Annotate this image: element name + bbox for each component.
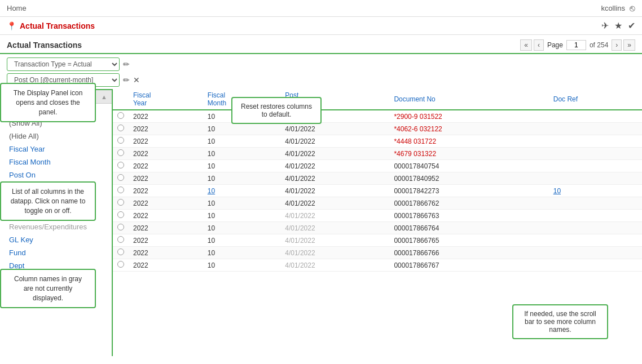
favorite-icon[interactable]: ★ [614, 20, 622, 31]
display-list-item[interactable]: Fund [0, 246, 112, 259]
cell-document-no[interactable]: 000017866766 [389, 247, 548, 259]
scrollbar-hint-tooltip: If needed, use the scrollbar to see more… [512, 304, 608, 339]
table-row: 2022104/01/2022*4062-6 032122 [113, 123, 642, 135]
table-row: 2022104/01/2022000017866764 [113, 222, 642, 234]
reset-tooltip: Reset restores columnsto default. [231, 97, 322, 124]
display-list-item[interactable]: Revenues/Expenditures [0, 220, 112, 233]
row-radio-button[interactable] [117, 261, 124, 268]
transaction-type-filter[interactable]: Transaction Type = Actual [7, 57, 120, 71]
filter-2-delete-icon[interactable]: ✕ [133, 76, 140, 85]
cell-doc-ref [549, 135, 642, 148]
cell-document-no[interactable]: 000017866767 [389, 259, 548, 272]
home-link[interactable]: Home [7, 4, 27, 12]
check-icon[interactable]: ✔ [628, 20, 635, 31]
row-radio-button[interactable] [117, 137, 124, 144]
cell-fiscal-month: 10 [203, 259, 280, 272]
cell-fiscal-month: 10 [203, 160, 280, 172]
cell-document-no[interactable]: 000017840754 [389, 160, 548, 172]
row-radio-button[interactable] [117, 211, 124, 218]
col-fiscal-year[interactable]: FiscalYear [129, 89, 203, 110]
filter-item-2: Post On [@current-month] ✏ ✕ [7, 73, 635, 87]
cell-fiscal-month: 10 [203, 197, 280, 210]
col-radio [113, 89, 129, 110]
cell-fiscal-year: 2022 [129, 123, 203, 135]
row-radio-button[interactable] [117, 224, 124, 230]
row-radio-button[interactable] [117, 236, 124, 243]
display-list-item[interactable]: (Hide All) [0, 130, 112, 143]
cell-doc-ref [549, 123, 642, 135]
display-list-item[interactable]: GL Key [0, 233, 112, 246]
display-list-item[interactable]: Fiscal Year [0, 143, 112, 156]
cell-document-no[interactable]: *4679 031322 [389, 148, 548, 160]
display-list-item[interactable]: Fiscal Month [0, 156, 112, 168]
page-header: Actual Transactions « ‹ Page of 254 › » [0, 35, 642, 54]
filter-2-edit-icon[interactable]: ✏ [123, 76, 130, 85]
cell-fiscal-month: 10 [203, 210, 280, 222]
display-panel-tooltip: The Display Panel iconopens and closes t… [0, 83, 96, 122]
table-area[interactable]: FiscalYear FiscalMonth PostOn Document N… [113, 89, 642, 356]
cell-document-no[interactable]: 000017866765 [389, 234, 548, 247]
row-radio-button[interactable] [117, 112, 124, 119]
page-title: Actual Transactions [7, 41, 82, 50]
cell-post-on: 4/01/2022 [280, 148, 389, 160]
next-page-button[interactable]: › [612, 39, 622, 51]
row-radio-button[interactable] [117, 174, 124, 181]
display-column-list: (Reset)(Show All)(Hide All)Fiscal YearFi… [0, 104, 112, 353]
cell-post-on: 4/01/2022 [280, 259, 389, 272]
first-page-button[interactable]: « [520, 39, 532, 51]
filters-row: Transaction Type = Actual ✏ Post On [@cu… [0, 54, 642, 89]
cell-fiscal-year: 2022 [129, 185, 203, 197]
cell-doc-ref [549, 259, 642, 272]
cell-document-no[interactable]: *2900-9 031522 [389, 110, 548, 123]
table-row: 2022104/01/2022000017840754 [113, 160, 642, 172]
table-row: 2022104/01/2022000017866763 [113, 210, 642, 222]
sub-nav-title: Actual Transactions [20, 21, 95, 30]
cell-post-on: 4/01/2022 [280, 234, 389, 247]
navigate-icon[interactable]: ✈ [601, 20, 609, 31]
table-row: 2022104/01/2022*4679 031322 [113, 148, 642, 160]
page-label: Page [547, 41, 563, 49]
row-radio-button[interactable] [117, 187, 124, 193]
table-body: 2022104/01/2022*2900-9 0315222022104/01/… [113, 110, 642, 272]
cell-document-no[interactable]: 000017866764 [389, 222, 548, 234]
cell-document-no[interactable]: *4062-6 032122 [389, 123, 548, 135]
filter-1-edit-icon[interactable]: ✏ [123, 60, 130, 69]
cell-document-no[interactable]: *4448 031722 [389, 135, 548, 148]
table-row: 2022104/01/2022000017840952 [113, 172, 642, 185]
last-page-button[interactable]: » [623, 39, 635, 51]
main-content: Actual Transactions « ‹ Page of 254 › » … [0, 35, 642, 364]
cell-document-no[interactable]: 000017866762 [389, 197, 548, 210]
cell-doc-ref [549, 210, 642, 222]
reset-tooltip-text: Reset restores columnsto default. [241, 103, 312, 118]
col-document-no[interactable]: Document No [389, 89, 548, 110]
row-radio-button[interactable] [117, 125, 124, 131]
cell-fiscal-year: 2022 [129, 148, 203, 160]
row-radio-button[interactable] [117, 199, 124, 206]
cell-doc-ref [549, 197, 642, 210]
cell-fiscal-year: 2022 [129, 222, 203, 234]
page-number-input[interactable] [566, 40, 586, 50]
column-list-tooltip-text: List of all columns in thedatapp. Click … [11, 188, 86, 215]
scroll-indicator: ▲ [101, 94, 107, 100]
display-list-item[interactable]: Post On [0, 168, 112, 181]
cell-fiscal-month: 10 [203, 247, 280, 259]
cell-document-no[interactable]: 000017866763 [389, 210, 548, 222]
cell-fiscal-month: 10 [203, 135, 280, 148]
row-radio-button[interactable] [117, 149, 124, 156]
cell-document-no[interactable]: 000017840952 [389, 172, 548, 185]
user-area: kcollins ⎋ [601, 3, 635, 14]
col-doc-ref[interactable]: Doc Ref [549, 89, 642, 110]
row-radio-button[interactable] [117, 248, 124, 255]
display-panel-tooltip-text: The Display Panel iconopens and closes t… [14, 89, 83, 116]
prev-page-button[interactable]: ‹ [534, 39, 544, 51]
cell-fiscal-year: 2022 [129, 259, 203, 272]
row-radio-button[interactable] [117, 162, 124, 168]
pagination: « ‹ Page of 254 › » [520, 39, 635, 51]
cell-post-on: 4/01/2022 [280, 247, 389, 259]
cell-fiscal-month: 10 [203, 148, 280, 160]
logout-icon[interactable]: ⎋ [630, 3, 635, 14]
cell-fiscal-year: 2022 [129, 172, 203, 185]
cell-document-no[interactable]: 000017842273 [389, 185, 548, 197]
table-row: 2022104/01/2022000017866762 [113, 197, 642, 210]
cell-post-on: 4/01/2022 [280, 185, 389, 197]
